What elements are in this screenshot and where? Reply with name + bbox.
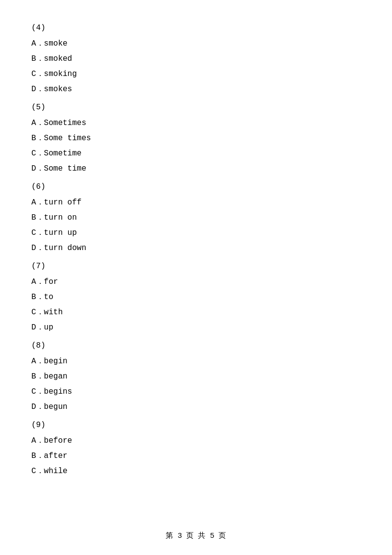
option-q7-1: B．to: [29, 292, 363, 302]
question-number-q8: (8): [29, 341, 363, 350]
option-q7-3: D．up: [29, 322, 363, 332]
option-q5-0: A．Sometimes: [29, 118, 363, 128]
option-q4-0: A．smoke: [29, 38, 363, 49]
page-content: (4)A．smokeB．smokedC．smokingD．smokes(5)A．…: [0, 0, 392, 510]
option-q5-2: C．Sometime: [29, 148, 363, 158]
option-q6-1: B．turn on: [29, 212, 363, 223]
option-q8-1: B．began: [29, 371, 363, 381]
option-q9-1: B．after: [29, 451, 363, 461]
option-q7-0: A．for: [29, 277, 363, 287]
option-q5-3: D．Some time: [29, 163, 363, 174]
question-number-q6: (6): [29, 182, 363, 191]
option-q6-0: A．turn off: [29, 197, 363, 207]
option-q8-0: A．begin: [29, 356, 363, 366]
option-q8-3: D．begun: [29, 402, 363, 412]
question-number-q5: (5): [29, 103, 363, 112]
option-q4-1: B．smoked: [29, 53, 363, 64]
option-q8-2: C．begins: [29, 386, 363, 397]
option-q9-0: A．before: [29, 435, 363, 446]
question-number-q9: (9): [29, 421, 363, 429]
option-q9-2: C．while: [29, 466, 363, 476]
option-q6-2: C．turn up: [29, 227, 363, 238]
option-q7-2: C．with: [29, 307, 363, 317]
footer-text: 第 3 页 共 5 页: [166, 532, 226, 540]
question-number-q4: (4): [29, 24, 363, 32]
option-q6-3: D．turn down: [29, 243, 363, 253]
option-q4-3: D．smokes: [29, 84, 363, 94]
page-footer: 第 3 页 共 5 页: [0, 531, 392, 540]
option-q5-1: B．Some times: [29, 133, 363, 143]
question-number-q7: (7): [29, 262, 363, 271]
option-q4-2: C．smoking: [29, 69, 363, 79]
